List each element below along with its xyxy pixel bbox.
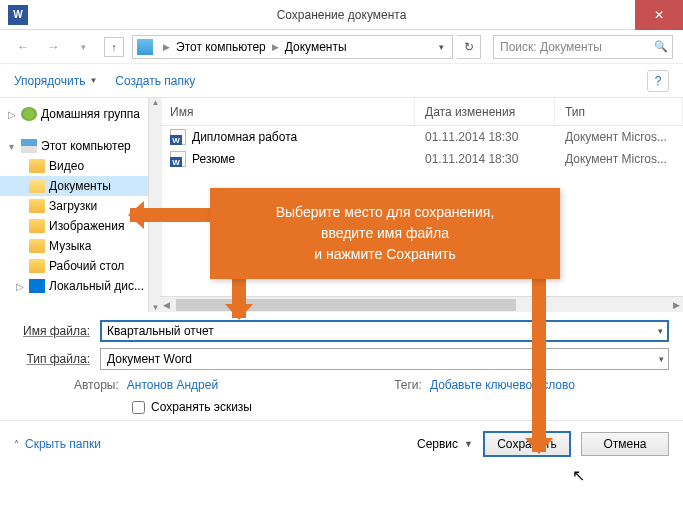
annotation-callout: Выберите место для сохранения, введите и… [210, 188, 560, 279]
help-button[interactable]: ? [647, 70, 669, 92]
nav-bar: ← → ▾ ↑ ▶ Этот компьютер ▶ Документы ▾ ↻… [0, 30, 683, 64]
file-list-header: Имя Дата изменения Тип [160, 98, 683, 126]
chevron-up-icon: ˄ [14, 439, 19, 450]
tags-label: Теги: [394, 378, 422, 392]
word-doc-icon [170, 129, 186, 145]
back-button[interactable]: ← [10, 34, 36, 60]
file-row[interactable]: Резюме 01.11.2014 18:30 Документ Micros.… [160, 148, 683, 170]
breadcrumb[interactable]: ▶ Этот компьютер ▶ Документы ▾ [132, 35, 453, 59]
folder-icon [29, 179, 45, 193]
sidebar-item-documents[interactable]: Документы [0, 176, 159, 196]
window-title: Сохранение документа [0, 8, 683, 22]
forward-button: → [40, 34, 66, 60]
sidebar-item-video[interactable]: Видео [0, 156, 159, 176]
filename-input[interactable]: Квартальный отчет▾ [100, 320, 669, 342]
folder-icon [29, 159, 45, 173]
recent-dropdown[interactable]: ▾ [70, 34, 96, 60]
thumbnails-label: Сохранять эскизы [151, 400, 252, 414]
pc-icon [137, 39, 153, 55]
folder-icon [29, 219, 45, 233]
breadcrumb-folder[interactable]: Документы [285, 40, 347, 54]
new-folder-button[interactable]: Создать папку [115, 74, 195, 88]
up-button[interactable]: ↑ [104, 37, 124, 57]
tags-value[interactable]: Добавьте ключевое слово [430, 378, 575, 392]
folder-icon [29, 259, 45, 273]
sidebar-item-localdisk[interactable]: ▷ Локальный дис... [0, 276, 159, 296]
annotation-arrow [532, 260, 546, 452]
folder-icon [29, 239, 45, 253]
column-date[interactable]: Дата изменения [415, 98, 555, 125]
expand-icon[interactable]: ▷ [6, 109, 17, 120]
save-form: Имя файла: Квартальный отчет▾ Тип файла:… [0, 312, 683, 420]
authors-label: Авторы: [74, 378, 119, 392]
column-name[interactable]: Имя [160, 98, 415, 125]
close-button[interactable]: ✕ [635, 0, 683, 30]
organize-menu[interactable]: Упорядочить▼ [14, 74, 97, 88]
tools-menu[interactable]: Сервис▼ [417, 437, 473, 451]
thumbnails-checkbox[interactable] [132, 401, 145, 414]
authors-value[interactable]: Антонов Андрей [127, 378, 218, 392]
sidebar-scrollbar[interactable] [148, 98, 160, 312]
folder-icon [29, 199, 45, 213]
footer: ˄ Скрыть папки Сервис▼ Сохранить Отмена [0, 420, 683, 467]
chevron-down-icon[interactable]: ▾ [658, 326, 663, 336]
expand-icon[interactable]: ▷ [14, 281, 25, 292]
filetype-select[interactable]: Документ Word▾ [100, 348, 669, 370]
breadcrumb-root[interactable]: Этот компьютер [176, 40, 266, 54]
homegroup-icon [21, 107, 37, 121]
toolbar: Упорядочить▼ Создать папку ? [0, 64, 683, 98]
chevron-down-icon[interactable]: ▾ [659, 354, 664, 364]
cancel-button[interactable]: Отмена [581, 432, 669, 456]
chevron-right-icon: ▶ [272, 42, 279, 52]
sidebar-item-music[interactable]: Музыка [0, 236, 159, 256]
refresh-button[interactable]: ↻ [457, 35, 481, 59]
sidebar-this-pc[interactable]: ▾ Этот компьютер [0, 136, 159, 156]
word-doc-icon [170, 151, 186, 167]
cursor-icon: ↖ [572, 466, 585, 485]
sidebar-item-desktop[interactable]: Рабочий стол [0, 256, 159, 276]
file-row[interactable]: Дипломная работа 01.11.2014 18:30 Докуме… [160, 126, 683, 148]
windows-icon [29, 279, 45, 293]
chevron-down-icon: ▼ [89, 76, 97, 85]
annotation-arrow [130, 208, 212, 222]
filetype-label: Тип файла: [14, 352, 100, 366]
chevron-down-icon[interactable]: ▾ [435, 42, 448, 52]
hide-folders-button[interactable]: ˄ Скрыть папки [14, 437, 101, 451]
pc-icon [21, 139, 37, 153]
search-input[interactable]: Поиск: Документы [493, 35, 673, 59]
collapse-icon[interactable]: ▾ [6, 141, 17, 152]
sidebar-homegroup[interactable]: ▷ Домашняя группа [0, 104, 159, 124]
chevron-right-icon: ▶ [163, 42, 170, 52]
chevron-down-icon: ▼ [464, 439, 473, 449]
column-type[interactable]: Тип [555, 98, 683, 125]
filename-label: Имя файла: [14, 324, 100, 338]
titlebar: W Сохранение документа ✕ [0, 0, 683, 30]
